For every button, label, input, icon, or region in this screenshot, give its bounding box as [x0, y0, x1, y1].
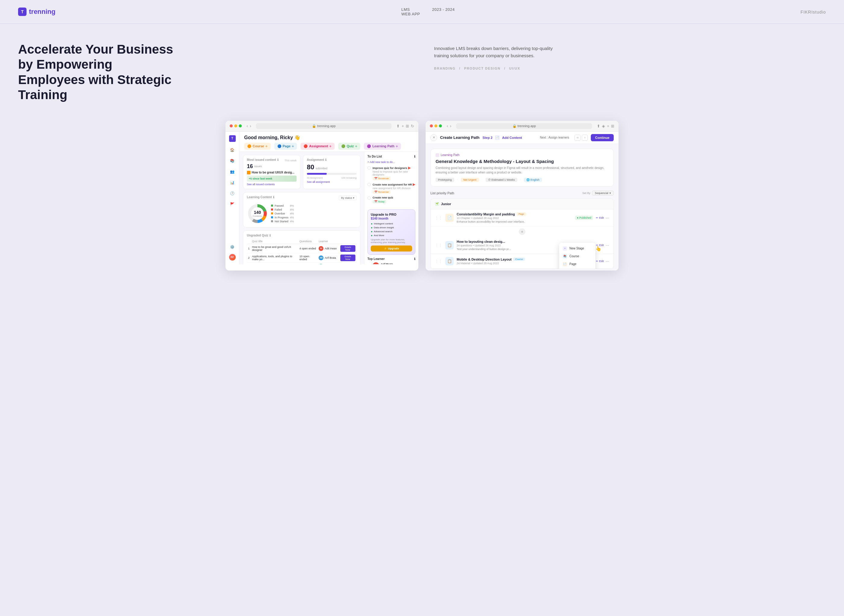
sidebar-icon-book[interactable]: 📚	[230, 158, 235, 164]
dd-course-icon: 📚	[563, 254, 567, 258]
row-action-2[interactable]: Grade Now	[339, 253, 357, 263]
assignment-plus[interactable]: +	[329, 144, 332, 148]
drag-handle-2[interactable]: ⋮⋮	[435, 243, 442, 247]
sidebar-avatar[interactable]: RF	[229, 254, 236, 261]
sidebar-icon-users[interactable]: 👥	[230, 169, 235, 175]
browser-dots-2	[430, 125, 442, 128]
quiz-plus[interactable]: +	[355, 144, 357, 148]
stage-item-content-3: Mobile & Desktop Direction Layout Course…	[457, 258, 572, 265]
legend-pct-failed: 4%	[290, 208, 294, 211]
tag-divider-1: /	[459, 67, 460, 70]
more-btn-1[interactable]: ···	[606, 216, 609, 220]
tag-branding: BRANDING	[434, 67, 456, 70]
todo-info-icon: ℹ	[414, 155, 415, 158]
browser-bar-2: ‹ › 🔒 trenning.app ⬆ ◈ + ⊞	[426, 121, 619, 132]
dot-red-2[interactable]	[430, 125, 433, 128]
dot-green-2[interactable]	[439, 125, 442, 128]
sequential-dropdown[interactable]: Sequencial ▾	[592, 191, 614, 195]
lp-nav-prev[interactable]: ‹‹	[575, 135, 581, 141]
sidebar-logo[interactable]: T	[229, 135, 236, 142]
sidebar-icon-settings[interactable]: ⚙️	[230, 244, 235, 250]
row-questions-1: 4 open ended	[298, 244, 318, 253]
logo-icon	[18, 7, 26, 16]
brand-logo[interactable]: trenning	[18, 7, 56, 16]
quiz-row-3: 3 Great designer must know the best for …	[247, 263, 357, 264]
course-plus[interactable]: +	[265, 144, 268, 148]
lp-close-button[interactable]: ✕	[431, 134, 437, 141]
sidebar-icon-home[interactable]: 🏠	[230, 147, 235, 153]
tab-page[interactable]: 🔵 Page +	[274, 143, 297, 150]
grade-btn-1[interactable]: Grade Now	[340, 245, 355, 252]
page-plus[interactable]: +	[292, 144, 294, 148]
more-tabs-icon[interactable]: ⊞	[406, 124, 409, 128]
todo-title-3: Create new quiz	[373, 196, 393, 199]
dd-course[interactable]: 📚 Course	[559, 252, 596, 260]
more-tabs-icon-2[interactable]: ⊞	[611, 124, 614, 128]
tab-learning-path[interactable]: 🟣 Learning Path +	[364, 143, 401, 150]
learning-info-icon: ℹ	[273, 195, 274, 199]
tab-quiz[interactable]: 🟢 Quiz +	[338, 143, 360, 150]
dot-yellow-2[interactable]	[434, 125, 437, 128]
row-action-3[interactable]: Grade Now	[339, 263, 357, 264]
dot-yellow-1[interactable]	[234, 125, 237, 128]
reload-icon[interactable]: ↻	[411, 124, 414, 128]
back-icon-2[interactable]: ‹	[447, 123, 448, 128]
tab-assignment[interactable]: 🔴 Assignment +	[300, 143, 335, 150]
issued-number: 16	[247, 163, 253, 170]
todo-check-1[interactable]	[368, 166, 371, 170]
lp-continue-button[interactable]: Continue	[591, 134, 614, 141]
title-text-2: How to layouting clean desig...	[457, 240, 505, 243]
see-all-link[interactable]: See all issued contents	[247, 183, 297, 186]
drag-handle-1[interactable]: ⋮⋮	[435, 216, 442, 220]
dd-new-stage[interactable]: + New Stage	[559, 245, 596, 252]
stage-item-actions-3: ✏ Edit ···	[596, 259, 609, 264]
forward-icon[interactable]: ›	[250, 123, 251, 128]
dd-quiz[interactable]: ❓ Quiz	[559, 268, 596, 269]
share-icon-2[interactable]: ⬆	[597, 124, 600, 128]
sequential-chevron: ▾	[609, 192, 611, 195]
row-title-2: Applications, tools, and plugins to make…	[251, 253, 298, 263]
dashboard-header: Good morning, Ricky 👋 🟠 Course + 🔵 Page …	[239, 132, 418, 152]
see-all-assignment-link[interactable]: See all assignment	[307, 180, 357, 183]
url-bar-1[interactable]: 🔒 trenning.app	[256, 123, 391, 129]
status-dropdown[interactable]: By status ▾	[339, 195, 357, 200]
ungraded-quiz-card: Ungraded Quiz ℹ Quiz title Questions	[243, 230, 360, 264]
url-bar-2[interactable]: 🔒 trenning.app	[456, 123, 592, 129]
grade-btn-2[interactable]: Grade Now	[340, 255, 355, 261]
bookmark-icon-2[interactable]: ◈	[602, 124, 605, 128]
learning-plus[interactable]: +	[396, 144, 398, 148]
sidebar-icon-flag[interactable]: 🚩	[230, 201, 235, 207]
forward-icon-2[interactable]: ›	[450, 123, 451, 128]
back-icon[interactable]: ‹	[247, 123, 248, 128]
stage-item-content-1: Consistantibility Margin and padding Pag…	[457, 213, 572, 223]
row-action-1[interactable]: Grade Now	[339, 244, 357, 253]
top-learner-header: Top Learner ℹ	[368, 257, 415, 261]
upgrade-button[interactable]: ⚡ Upgrade	[371, 245, 412, 252]
add-between-1-2[interactable]: +	[519, 228, 525, 235]
add-tab-icon[interactable]: +	[401, 124, 404, 128]
upgrade-feature-1: ● Intelegent content	[371, 222, 412, 225]
dot-green-1[interactable]	[239, 125, 242, 128]
tab-page-label: Page	[283, 144, 291, 148]
dot-red-1[interactable]	[230, 125, 233, 128]
legend: Passed 8% Failed 4%	[271, 204, 294, 223]
share-icon[interactable]: ⬆	[396, 124, 400, 128]
tab-course[interactable]: 🟠 Course +	[244, 143, 271, 150]
todo-check-3[interactable]	[368, 197, 371, 200]
lp-nav-next[interactable]: ›	[582, 135, 588, 141]
drag-handle-3[interactable]: ⋮⋮	[435, 259, 442, 263]
meta-divider-1: ·	[457, 178, 458, 182]
sidebar-icon-chart[interactable]: 📊	[230, 180, 235, 185]
sidebar: T 🏠 📚 👥 📊 🕐 🚩 ⚙️ RF	[225, 132, 239, 264]
sidebar-icon-clock[interactable]: 🕐	[230, 191, 235, 196]
edit-link-3[interactable]: ✏ Edit	[596, 260, 604, 263]
lp-step-bar: ✕ Create Learning Path Step 2 📄 Add Cont…	[426, 132, 619, 144]
todo-check-2[interactable]	[368, 183, 371, 186]
feature-label-4: And More	[374, 234, 384, 237]
add-tab-icon-2[interactable]: +	[607, 124, 609, 128]
more-btn-3[interactable]: ···	[606, 259, 609, 264]
dd-page[interactable]: 📄 Page	[559, 260, 596, 268]
more-btn-2[interactable]: ···	[606, 243, 609, 248]
edit-link-1[interactable]: ✏ Edit	[596, 216, 604, 219]
todo-add-link[interactable]: + Add new task to do...	[368, 161, 415, 164]
